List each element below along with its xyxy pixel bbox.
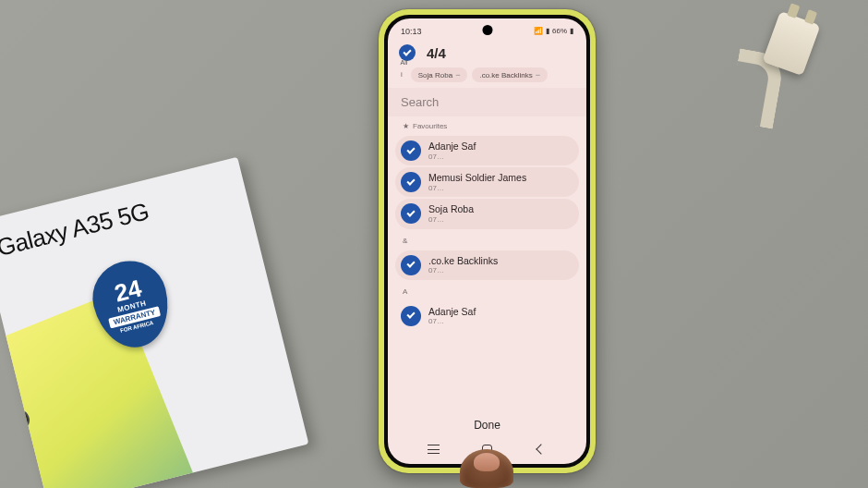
contact-name: Memusi Soldier James <box>428 172 526 184</box>
camera-punch-hole <box>482 25 492 35</box>
checkmark-icon[interactable] <box>401 172 421 192</box>
done-button[interactable]: Done <box>388 409 586 438</box>
product-box: Galaxy A35 5G 24 MONTH WARRANTY FOR AFRI… <box>0 157 308 488</box>
battery-text: 66% <box>552 27 567 35</box>
remove-chip-icon[interactable]: − <box>455 70 460 79</box>
contact-row[interactable]: .co.ke Backlinks 07… <box>395 250 579 280</box>
contact-phone: 07… <box>428 317 476 326</box>
finger <box>460 449 513 488</box>
contact-name: Adanje Saf <box>428 140 476 152</box>
contacts-list[interactable]: ★ Favourites Adanje Saf 07… Memusi So <box>388 116 586 409</box>
phone-device: 10:13 📶 ▮ 66% ▮ 4/4 All i <box>379 9 596 473</box>
camera-lens-icon <box>0 351 11 380</box>
contact-name: Soja Roba <box>428 203 474 215</box>
phone-screen: 10:13 📶 ▮ 66% ▮ 4/4 All i <box>388 18 586 464</box>
contact-phone: 07… <box>428 215 474 225</box>
checkmark-icon[interactable] <box>401 140 421 161</box>
checkmark-icon[interactable] <box>401 255 421 275</box>
star-icon: ★ <box>403 122 409 130</box>
contact-phone: 07… <box>428 152 476 162</box>
contact-name: .co.ke Backlinks <box>428 255 498 267</box>
selection-header: 4/4 <box>388 39 586 65</box>
section-header-favourites: ★ Favourites <box>395 116 579 134</box>
contact-row[interactable]: Adanje Saf 07… <box>395 301 579 331</box>
box-title: Galaxy A35 5G <box>0 177 235 262</box>
contact-phone: 07… <box>428 266 498 275</box>
wifi-icon: 📶 <box>534 27 543 35</box>
contact-phone: 07… <box>428 184 526 193</box>
battery-icon: ▮ <box>570 27 573 35</box>
checkmark-icon[interactable] <box>401 306 421 326</box>
selection-count: 4/4 <box>427 45 446 61</box>
charger-plug <box>748 0 850 120</box>
contact-row[interactable]: Soja Roba 07… <box>395 199 579 228</box>
signal-icon: ▮ <box>546 27 549 35</box>
recents-button[interactable] <box>415 445 452 454</box>
selected-chips-row[interactable]: i Soja Roba − .co.ke Backlinks − <box>388 65 586 88</box>
section-header-amp: & <box>395 231 579 249</box>
chip-soja-roba[interactable]: Soja Roba − <box>411 67 468 82</box>
chip-coke-backlinks[interactable]: .co.ke Backlinks − <box>472 67 548 82</box>
camera-lens-icon <box>4 406 32 434</box>
contact-row[interactable]: Memusi Soldier James 07… <box>395 167 579 197</box>
chip-overflow-indicator: i <box>397 67 406 82</box>
select-all-label: All <box>401 59 408 66</box>
contact-row[interactable]: Adanje Saf 07… <box>395 136 579 165</box>
camera-lens-icon <box>0 378 22 407</box>
remove-chip-icon[interactable]: − <box>536 70 540 79</box>
search-input[interactable]: Search <box>388 88 586 116</box>
status-time: 10:13 <box>401 27 422 36</box>
section-header-a: A <box>395 282 579 299</box>
checkmark-icon[interactable] <box>401 203 421 224</box>
back-button[interactable] <box>523 445 560 453</box>
contact-name: Adanje Saf <box>428 306 476 318</box>
